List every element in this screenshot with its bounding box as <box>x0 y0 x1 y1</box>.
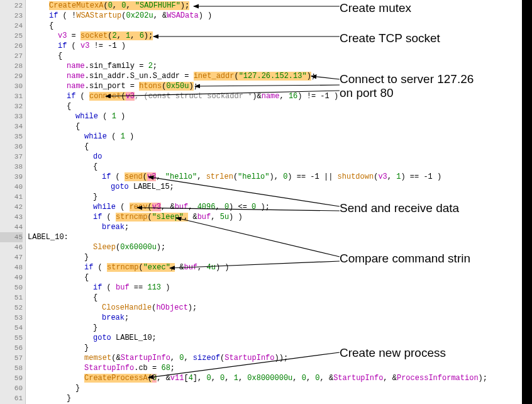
code-token: { <box>93 293 97 302</box>
code-token: , <box>238 374 247 383</box>
line-number: 59 <box>0 373 23 383</box>
code-token: "SADFHUHF" <box>135 1 180 10</box>
code-token: CreateProcessA <box>84 374 148 383</box>
code-token: { <box>58 52 62 60</box>
code-token: } <box>84 344 89 352</box>
code-token: StartupInfo <box>121 354 170 362</box>
line-number: 54 <box>0 323 23 333</box>
code-token: v11 <box>170 374 184 383</box>
code-token: CreateMutexA <box>49 1 103 10</box>
code-token: , <box>387 172 396 181</box>
line-number: 56 <box>0 343 23 353</box>
code-line: } <box>67 393 71 403</box>
code-line: break; <box>102 313 129 323</box>
code-token: buf <box>116 283 130 292</box>
code-token: , <box>292 374 301 383</box>
code-token: 0x8000000u <box>247 374 292 383</box>
code-token: 2 <box>148 62 153 70</box>
code-token: 4u <box>206 263 215 272</box>
code-token: 0 <box>224 203 229 211</box>
right-edge-mask <box>522 0 532 404</box>
code-token: name <box>67 82 85 91</box>
code-token: while <box>75 112 98 121</box>
code-line: { <box>49 21 53 31</box>
code-line: while ( 1 ) <box>75 111 125 121</box>
code-token: , <box>170 354 179 362</box>
code-token: inet_addr <box>194 72 235 81</box>
code-line: name.sin_addr.S_un.S_addr = inet_addr("1… <box>67 71 316 81</box>
code-line: goto LABEL_15; <box>111 182 174 192</box>
line-number: 29 <box>0 71 23 81</box>
line-number: 58 <box>0 363 23 373</box>
code-token: ) <box>330 92 338 101</box>
code-token: .sin_port = <box>85 82 139 91</box>
code-token: ; <box>311 72 316 81</box>
code-line: { <box>58 51 62 61</box>
code-token: ( <box>102 283 116 292</box>
code-token: ProcessInformation <box>397 374 479 383</box>
code-token: ; <box>125 223 129 232</box>
code-token: , <box>184 354 192 362</box>
code-token: 0 <box>108 1 113 10</box>
code-token: ( ! <box>58 11 76 20</box>
line-number: 41 <box>0 192 23 202</box>
code-token: -1 <box>320 92 329 101</box>
code-line: v3 = socket(2, 1, 6); <box>58 31 153 41</box>
line-number: 28 <box>0 61 23 71</box>
line-number-gutter: 2223242526272829303132333435363738394041… <box>0 0 26 404</box>
code-token: v3 <box>126 92 135 101</box>
code-token: ) ) <box>229 213 243 222</box>
code-token: = <box>67 31 80 40</box>
code-token: ( <box>148 374 152 383</box>
code-token: ); <box>157 243 165 252</box>
annotation-mutex: Create mutex <box>340 1 411 15</box>
annotation-connect: Connect to server 127.26on port 80 <box>340 72 474 100</box>
code-token: LABEL_10; <box>111 334 157 342</box>
code-token: if <box>102 172 111 181</box>
code-token: if <box>93 213 102 222</box>
code-token: CloseHandle <box>102 303 152 312</box>
line-number: 43 <box>0 212 23 222</box>
code-line: if ( strncmp("sleep", &buf, 5u) ) <box>93 212 243 222</box>
code-token: || <box>319 172 338 181</box>
code-token: , ( <box>135 92 148 101</box>
line-number: 35 <box>0 132 23 142</box>
code-line: if ( send(v3, "hello", strlen("hello"), … <box>102 172 441 182</box>
code-token: ) <box>307 72 311 81</box>
code-token: ( <box>116 203 130 211</box>
code-token: -1 <box>423 172 432 181</box>
code-token: 2 <box>112 31 116 40</box>
line-number: 36 <box>0 142 23 152</box>
code-token: connect <box>89 92 121 101</box>
code-line: while ( recv(v3, &buf, 4096, 0) <= 0 ); <box>93 202 270 212</box>
line-number: 49 <box>0 272 23 283</box>
code-token: { <box>93 162 97 171</box>
code-token: ( <box>75 92 89 101</box>
code-token: v3 <box>58 31 67 40</box>
code-token: while <box>84 132 107 141</box>
code-token: { <box>49 21 53 30</box>
code-token: ) != <box>297 92 320 101</box>
code-line: } <box>84 252 89 262</box>
code-token: strncmp <box>116 213 147 222</box>
code-line: if ( buf == 113 ) <box>93 283 170 293</box>
code-token: name <box>262 92 280 101</box>
code-token: htons <box>139 82 162 91</box>
code-token: & <box>188 213 197 222</box>
code-token: ; <box>153 62 157 70</box>
code-token: ( <box>107 132 121 141</box>
code-token: ( <box>102 213 116 222</box>
code-line: { <box>93 293 97 303</box>
code-token: "exec" <box>143 263 170 272</box>
code-token: break <box>102 223 125 232</box>
code-token: , <box>130 31 139 40</box>
code-token: buf <box>175 203 189 211</box>
line-number: 32 <box>0 101 23 111</box>
code-line: StartupInfo.cb = 68; <box>84 363 175 373</box>
code-token: ( <box>233 172 238 181</box>
code-token: , <box>211 374 220 383</box>
line-number: 31 <box>0 91 23 101</box>
line-number: 26 <box>0 41 23 51</box>
code-token: == <box>130 283 148 292</box>
code-token: 113 <box>147 283 161 292</box>
